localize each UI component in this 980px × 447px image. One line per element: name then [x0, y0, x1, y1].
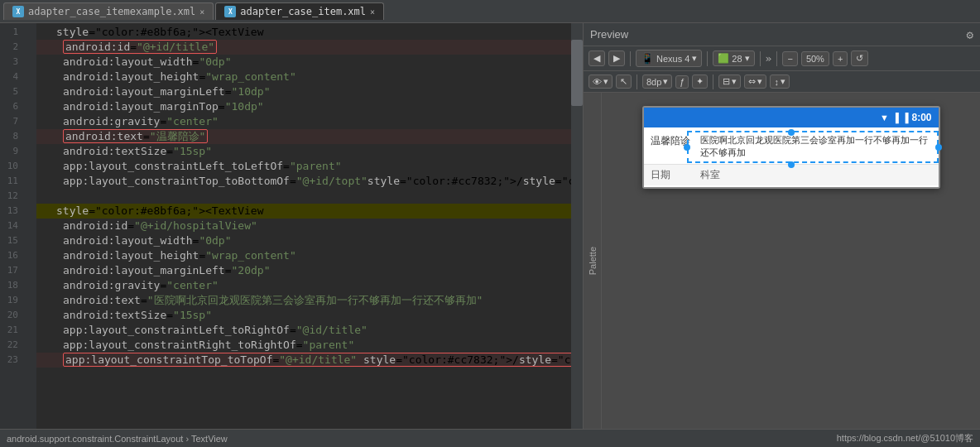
forward-button[interactable]: ▶ — [608, 50, 625, 66]
tab-2-close[interactable]: × — [370, 7, 375, 17]
toolbar-sep-1 — [630, 51, 631, 66]
t2-sep1 — [637, 74, 637, 89]
refresh-button[interactable]: ↺ — [851, 50, 868, 66]
resize-icon: ↕ — [774, 77, 779, 87]
code-editor[interactable]: style="color:#e8bf6a;"><TextViewandroid:… — [36, 23, 571, 429]
func-icon: ƒ — [680, 77, 685, 87]
align-icon: ⊟ — [723, 76, 730, 87]
breakpoint-area — [23, 23, 36, 429]
phone-icon: 📱 — [641, 52, 654, 65]
preview-toolbar2: 👁 ▾ ↖ 8dp ▾ ƒ ✦ ⊟ ▾ ⇔ — [584, 71, 980, 93]
device-selector[interactable]: 📱 Nexus 4 ▾ — [636, 50, 702, 67]
distribute-icon: ⇔ — [748, 76, 756, 87]
zoom-in-button[interactable]: + — [833, 51, 848, 66]
vertical-scrollbar[interactable] — [571, 23, 583, 429]
toolbar-sep-2 — [707, 51, 708, 66]
list-item-container: 温馨陪诊 医院啊北京回龙观医院第三会诊室再加一行不够再加一行还不够再加 — [644, 129, 939, 165]
xml-icon-1: X — [12, 6, 24, 17]
zoom-out-button[interactable]: − — [782, 51, 797, 66]
list-left-text: 温馨陪诊 — [651, 134, 700, 159]
t2-sep2 — [713, 74, 713, 89]
eye-chevron: ▾ — [603, 76, 608, 87]
tab-1[interactable]: X adapter_case_itemexample.xml × — [3, 2, 214, 20]
device-label: Nexus 4 — [656, 54, 689, 64]
distribute-button[interactable]: ⇔ ▾ — [744, 74, 766, 89]
align-chevron: ▾ — [732, 76, 737, 87]
cursor-button[interactable]: ↖ — [616, 74, 632, 89]
toolbar-sep-3 — [760, 51, 761, 66]
eye-icon: 👁 — [593, 77, 602, 87]
preview-title: Preview — [590, 28, 628, 41]
preview-header: Preview ⚙ — [584, 23, 980, 46]
api-chevron-icon: ▾ — [745, 53, 750, 64]
preview-panel: Preview ⚙ ◀ ▶ 📱 Nexus 4 ▾ 🟩 28 ▾ — [583, 23, 980, 429]
magic-button[interactable]: ✦ — [692, 74, 708, 89]
scroll-thumb[interactable] — [571, 40, 583, 106]
wifi-icon: ▼ — [880, 113, 889, 123]
android-content: 温馨陪诊 医院啊北京回龙观医院第三会诊室再加一行不够再加一行还不够再加 日期 — [644, 127, 939, 187]
preview-canvas-area: Palette ▼ ▐ ▐ 8:00 温馨陪诊 — [584, 93, 980, 429]
bottom-status: android.support.constraint.ConstraintLay… — [0, 429, 980, 447]
editor-wrapper: 1234567891011121314151617181920212223 st… — [0, 23, 583, 429]
breadcrumb: android.support.constraint.ConstraintLay… — [7, 434, 228, 444]
palette-label: Palette — [588, 247, 598, 275]
android-screen: ▼ ▐ ▐ 8:00 温馨陪诊 医院啊北京回龙观医院第三会诊室再加一行不够再加一… — [642, 106, 940, 189]
zoom-in-icon: + — [838, 54, 843, 64]
tab-2[interactable]: X adapter_case_item.xml × — [215, 2, 384, 20]
list-right-text: 医院啊北京回龙观医院第三会诊室再加一行不够再加一行还不够再加 — [700, 134, 932, 159]
forward-icon: ▶ — [613, 53, 620, 64]
resize-chevron: ▾ — [781, 76, 785, 87]
date-label: 日期 — [651, 168, 700, 182]
signal-icon: ▐ — [892, 113, 899, 123]
resize-button[interactable]: ↕ ▾ — [770, 74, 790, 89]
dp-chevron: ▾ — [663, 76, 668, 87]
gear-icon[interactable]: ⚙ — [967, 28, 973, 41]
tab-bar: X adapter_case_itemexample.xml × X adapt… — [0, 0, 980, 23]
dp-label: 8dp — [646, 77, 661, 87]
cursor-icon: ↖ — [620, 76, 627, 87]
zoom-percent: 50% — [806, 54, 824, 64]
align-button[interactable]: ⊟ ▾ — [718, 74, 741, 89]
main-area: 1234567891011121314151617181920212223 st… — [0, 23, 980, 429]
xml-icon-2: X — [224, 6, 236, 17]
api-icon: 🟩 — [718, 53, 729, 64]
magic-icon: ✦ — [696, 76, 704, 87]
status-time: 8:00 — [911, 112, 931, 123]
eye-button[interactable]: 👁 ▾ — [588, 74, 612, 89]
back-icon: ◀ — [593, 53, 600, 64]
preview-toolbar: ◀ ▶ 📱 Nexus 4 ▾ 🟩 28 ▾ » − — [584, 46, 980, 71]
chevron-right-icon: » — [766, 52, 772, 65]
toolbar-sep-4 — [776, 51, 777, 66]
tab-1-close[interactable]: × — [199, 7, 204, 17]
tab-1-label: adapter_case_itemexample.xml — [28, 6, 195, 17]
zoom-out-icon: − — [787, 54, 792, 64]
battery-icon: ▐ — [902, 113, 909, 123]
zoom-label-display: 50% — [801, 51, 829, 66]
dist-chevron: ▾ — [757, 76, 762, 87]
list-item-row-1: 温馨陪诊 医院啊北京回龙观医院第三会诊室再加一行不够再加一行还不够再加 — [644, 129, 939, 165]
list-item-date-row: 日期 科室 — [644, 165, 939, 185]
tab-2-label: adapter_case_item.xml — [240, 6, 366, 17]
url-label: https://blog.csdn.net/@51010博客 — [837, 432, 973, 445]
api-label: 28 — [732, 54, 742, 64]
api-selector[interactable]: 🟩 28 ▾ — [713, 50, 754, 66]
func-button[interactable]: ƒ — [675, 75, 689, 89]
room-label: 科室 — [700, 168, 720, 182]
chevron-down-icon: ▾ — [692, 53, 697, 64]
refresh-icon: ↺ — [856, 53, 863, 64]
android-status-bar: ▼ ▐ ▐ 8:00 — [644, 108, 939, 127]
palette-strip[interactable]: Palette — [584, 93, 602, 429]
back-button[interactable]: ◀ — [588, 50, 605, 66]
dp-selector[interactable]: 8dp ▾ — [642, 74, 672, 89]
preview-canvas[interactable]: ▼ ▐ ▐ 8:00 温馨陪诊 医院啊北京回龙观医院第三会诊室再加一行不够再加一… — [602, 93, 980, 429]
line-numbers: 1234567891011121314151617181920212223 — [0, 23, 23, 429]
